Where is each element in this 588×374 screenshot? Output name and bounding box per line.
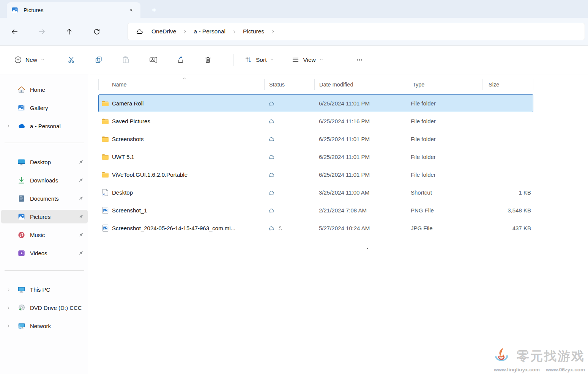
pin-icon	[78, 159, 84, 165]
expand-chevron[interactable]	[6, 324, 17, 328]
share-button[interactable]	[172, 52, 189, 68]
file-status	[264, 118, 314, 125]
chevron-right-icon	[6, 324, 11, 328]
breadcrumb-chevron[interactable]	[229, 27, 239, 36]
breadcrumb-a-personal[interactable]: a - Personal	[190, 26, 229, 37]
new-button[interactable]: New	[9, 52, 49, 67]
file-row[interactable]: UWT 5.1 6/25/2024 11:01 PM File folder	[98, 148, 533, 166]
file-row[interactable]: Screenshots 6/25/2024 11:01 PM File fold…	[98, 130, 533, 148]
forward-button[interactable]	[35, 25, 49, 38]
navigation-pane: Home Gallery a - Personal Desktop	[0, 74, 89, 374]
chevron-right-icon	[232, 29, 237, 34]
tab-pictures[interactable]: Pictures	[7, 2, 140, 18]
new-tab-button[interactable]	[148, 4, 159, 16]
up-button[interactable]	[62, 25, 76, 38]
column-header-name[interactable]: Name	[98, 79, 264, 90]
pin-icon	[78, 250, 84, 256]
file-row[interactable]: Camera Roll 6/25/2024 11:01 PM File fold…	[98, 94, 533, 112]
file-type: File folder	[408, 154, 482, 160]
watermark-url-right: www.06zyx.com	[546, 367, 585, 372]
column-header-date-modified[interactable]: Date modified	[314, 79, 408, 90]
sidebar-item-desktop[interactable]: Desktop	[1, 155, 88, 169]
refresh-button[interactable]	[90, 25, 103, 38]
more-options-button[interactable]	[351, 52, 368, 68]
tab-bar: Pictures	[0, 0, 588, 18]
file-name: Saved Pictures	[112, 118, 150, 124]
folder-icon	[101, 153, 109, 161]
file-status	[264, 171, 314, 178]
rename-button[interactable]	[145, 52, 161, 68]
breadcrumb-onedrive[interactable]: OneDrive	[148, 26, 180, 37]
sidebar-item-label: Music	[30, 232, 45, 238]
breadcrumb-chevron[interactable]	[268, 27, 278, 36]
pictures-icon	[17, 213, 25, 221]
sidebar-item-home[interactable]: Home	[1, 83, 88, 96]
file-date-modified: 6/25/2024 11:16 PM	[314, 118, 408, 124]
chevron-down-icon	[319, 58, 323, 62]
sidebar-item-pictures[interactable]: Pictures	[1, 210, 88, 223]
sidebar-item-network[interactable]: Network	[1, 319, 88, 333]
plus-icon	[151, 7, 157, 13]
pin-icon	[78, 177, 84, 184]
cloud-status-icon	[268, 100, 275, 107]
delete-button[interactable]	[199, 52, 216, 68]
close-tab-button[interactable]	[126, 5, 136, 15]
toolbar-separator	[233, 54, 233, 66]
rename-icon	[149, 56, 157, 64]
file-list-pane: Name Status Date modified Type Size Came…	[89, 74, 588, 374]
file-row[interactable]: Desktop 3/25/2024 11:00 AM Shortcut 1 KB	[98, 184, 533, 201]
sidebar-item-label: Downloads	[30, 177, 58, 184]
sidebar-item-documents[interactable]: Documents	[1, 192, 88, 205]
cut-button[interactable]	[63, 52, 79, 68]
column-header-row: Name Status Date modified Type Size	[98, 77, 533, 92]
file-row[interactable]: Screenshot_2024-05-26-14-15-47-963_com.m…	[98, 219, 533, 237]
file-status	[264, 189, 314, 196]
breadcrumb-chevron[interactable]	[180, 27, 190, 36]
expand-chevron[interactable]	[6, 124, 17, 129]
cloud-status-icon	[268, 207, 275, 214]
image-icon	[101, 224, 109, 232]
sidebar-item-dvd-drive[interactable]: DVD Drive (D:) CCC	[1, 301, 88, 314]
file-name: Camera Roll	[112, 100, 143, 107]
sidebar-item-label: This PC	[30, 286, 50, 293]
view-button[interactable]: View	[287, 52, 328, 67]
file-row[interactable]: ViVeTool.GUI.1.6.2.0.Portable 6/25/2024 …	[98, 166, 533, 184]
view-icon	[292, 56, 300, 64]
close-icon	[129, 8, 134, 13]
folder-icon	[101, 171, 109, 179]
sidebar-item-this-pc[interactable]: This PC	[1, 283, 88, 296]
cut-icon	[67, 56, 75, 64]
expand-chevron[interactable]	[6, 305, 17, 310]
sidebar-item-gallery[interactable]: Gallery	[1, 101, 88, 115]
pin-icon	[78, 195, 84, 202]
file-row[interactable]: Screenshot_1 2/21/2024 7:08 AM PNG File …	[98, 201, 533, 219]
column-header-status[interactable]: Status	[264, 79, 314, 90]
back-button[interactable]	[8, 25, 21, 38]
pictures-icon	[11, 6, 19, 14]
column-header-type[interactable]: Type	[408, 79, 482, 90]
copy-button[interactable]	[90, 52, 107, 68]
sidebar-divider	[5, 143, 84, 143]
file-date-modified: 6/25/2024 11:01 PM	[314, 171, 408, 178]
arrow-left-icon	[11, 28, 18, 35]
refresh-icon	[93, 28, 100, 35]
column-header-size[interactable]: Size	[482, 79, 533, 90]
cloud-status-icon	[268, 136, 275, 143]
sidebar-item-downloads[interactable]: Downloads	[1, 173, 88, 187]
file-name: ViVeTool.GUI.1.6.2.0.Portable	[112, 171, 188, 178]
sort-button[interactable]: Sort	[240, 52, 279, 67]
file-type: File folder	[408, 100, 482, 107]
paste-icon	[122, 56, 130, 64]
sidebar-item-music[interactable]: Music	[1, 228, 88, 242]
expand-chevron[interactable]	[6, 287, 17, 292]
sidebar-item-onedrive-personal[interactable]: a - Personal	[1, 119, 88, 133]
paste-button[interactable]	[117, 52, 134, 68]
address-bar[interactable]: OneDrive a - Personal Pictures	[128, 23, 585, 40]
breadcrumb-pictures[interactable]: Pictures	[239, 26, 268, 37]
cloud-status-icon	[268, 154, 275, 160]
cloud-status-icon	[268, 189, 275, 196]
file-size: 3,548 KB	[482, 207, 533, 214]
sidebar-item-videos[interactable]: Videos	[1, 246, 88, 260]
file-type: File folder	[408, 136, 482, 142]
file-row[interactable]: Saved Pictures 6/25/2024 11:16 PM File f…	[98, 112, 533, 130]
